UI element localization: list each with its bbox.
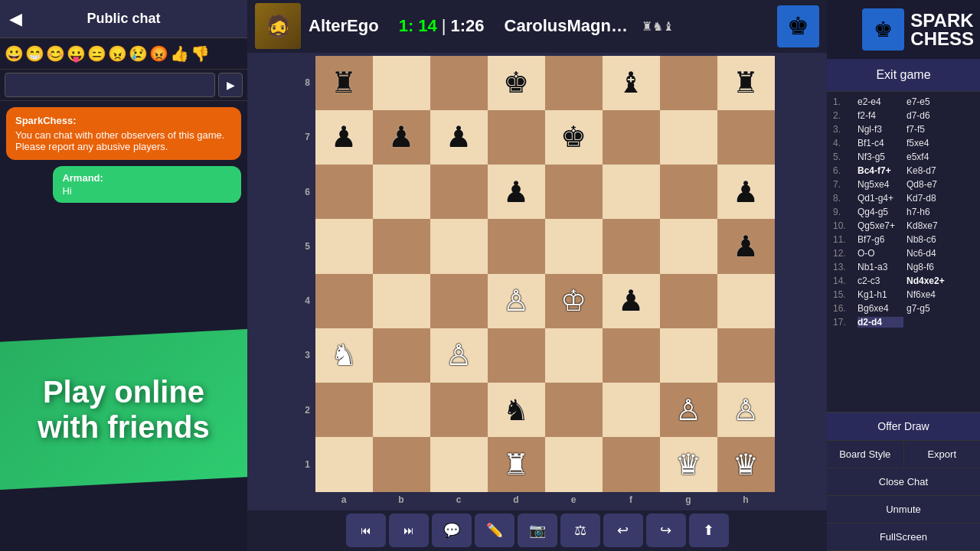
move-black[interactable]: g7-g5 [906, 303, 952, 314]
move-white[interactable]: d2-d4 [858, 317, 903, 328]
cell-c5[interactable] [430, 219, 488, 273]
move-white[interactable]: e2-e4 [858, 96, 903, 107]
cell-e3[interactable] [545, 328, 603, 383]
move-black[interactable]: Nd4xe2+ [906, 276, 952, 286]
board-style-button[interactable]: Board Style [827, 441, 904, 468]
move-black[interactable]: Ng8-f6 [906, 262, 952, 272]
cell-f7[interactable] [603, 110, 660, 165]
move-black[interactable] [906, 317, 952, 328]
cell-a1[interactable] [315, 437, 373, 491]
move-black[interactable]: Nf6xe4 [906, 289, 952, 300]
cell-g5[interactable] [660, 219, 717, 273]
chat-input[interactable] [5, 73, 215, 97]
cell-h7[interactable] [717, 110, 775, 165]
cell-e2[interactable] [545, 383, 603, 437]
unmute-button[interactable]: Unmute [827, 496, 980, 523]
redo-button[interactable]: ↪ [646, 514, 686, 547]
move-white[interactable]: Bf1-c4 [858, 138, 903, 148]
chess-board[interactable]: 8 ♜ ♚ ♝ ♜ 7 ♟ ♟ ♟ ♚ 6 ♟ [300, 56, 775, 507]
cell-b1[interactable] [373, 437, 430, 491]
cell-b3[interactable] [373, 328, 430, 383]
move-white[interactable]: Nf3-g5 [858, 152, 903, 162]
cell-d2[interactable]: ♞ [488, 383, 545, 437]
emoji-9[interactable]: 👍 [170, 44, 189, 63]
cell-g4[interactable] [660, 274, 717, 328]
move-white[interactable]: Kg1-h1 [858, 289, 903, 300]
cell-f1[interactable] [603, 437, 660, 491]
skip-back-button[interactable]: ⏮ [346, 514, 386, 547]
cell-e7[interactable]: ♚ [545, 110, 603, 165]
move-white[interactable]: Qg4-g5 [858, 207, 903, 217]
cell-c3[interactable]: ♙ [430, 328, 488, 383]
emoji-3[interactable]: 😊 [46, 44, 65, 63]
move-black[interactable]: d7-d6 [906, 110, 952, 121]
cell-g8[interactable] [660, 56, 717, 110]
emoji-5[interactable]: 😑 [87, 44, 106, 63]
cell-c1[interactable] [430, 437, 488, 491]
cell-c7[interactable]: ♟ [430, 110, 488, 165]
cell-f6[interactable] [603, 165, 660, 219]
export-button[interactable]: Export [904, 441, 981, 468]
cell-c2[interactable] [430, 383, 488, 437]
emoji-7[interactable]: 😢 [129, 44, 148, 63]
move-black[interactable]: e7-e5 [906, 96, 952, 107]
cell-h3[interactable] [717, 328, 775, 383]
move-white[interactable]: Nb1-a3 [858, 262, 903, 272]
cell-h4[interactable] [717, 274, 775, 328]
upload-button[interactable]: ⬆ [689, 514, 729, 547]
move-white[interactable]: Bg6xe4 [858, 303, 903, 314]
emoji-2[interactable]: 😁 [25, 44, 44, 63]
close-chat-button[interactable]: Close Chat [827, 468, 980, 496]
move-white[interactable]: Qg5xe7+ [858, 220, 903, 231]
cell-a6[interactable] [315, 165, 373, 219]
cell-f5[interactable] [603, 219, 660, 273]
emoji-6[interactable]: 😠 [108, 44, 127, 63]
cell-a4[interactable] [315, 274, 373, 328]
cell-b4[interactable] [373, 274, 430, 328]
cell-h2[interactable]: ♙ [717, 383, 775, 437]
move-black[interactable]: e5xf4 [906, 152, 952, 162]
cell-g2[interactable]: ♙ [660, 383, 717, 437]
cell-a8[interactable]: ♜ [315, 56, 373, 110]
move-black[interactable]: h7-h6 [906, 207, 952, 217]
cell-g6[interactable] [660, 165, 717, 219]
cell-a5[interactable] [315, 219, 373, 273]
cell-d1[interactable]: ♜ [488, 437, 545, 491]
cell-h8[interactable]: ♜ [717, 56, 775, 110]
move-black[interactable]: Nb8-c6 [906, 234, 952, 245]
move-white[interactable]: f2-f4 [858, 110, 903, 121]
chat-toggle-button[interactable]: 💬 [432, 514, 472, 547]
skip-forward-button[interactable]: ⏭ [389, 514, 429, 547]
emoji-4[interactable]: 😛 [67, 44, 86, 63]
move-black[interactable]: f5xe4 [906, 138, 952, 148]
move-white[interactable]: Bc4-f7+ [858, 165, 903, 176]
chat-send-button[interactable]: ▶ [218, 73, 243, 97]
cell-e6[interactable] [545, 165, 603, 219]
cell-c6[interactable] [430, 165, 488, 219]
cell-f8[interactable]: ♝ [603, 56, 660, 110]
move-black[interactable]: f7-f5 [906, 124, 952, 135]
cell-b5[interactable] [373, 219, 430, 273]
balance-button[interactable]: ⚖ [560, 514, 600, 547]
cell-a3[interactable]: ♞ [315, 328, 373, 383]
move-white[interactable]: O-O [858, 248, 903, 259]
move-black[interactable]: Nc6-d4 [906, 248, 952, 259]
move-white[interactable]: Ngl-f3 [858, 124, 903, 135]
move-black[interactable]: Kd7-d8 [906, 193, 952, 204]
cell-a7[interactable]: ♟ [315, 110, 373, 165]
cell-d3[interactable] [488, 328, 545, 383]
cell-g1[interactable]: ♛ [660, 437, 717, 491]
move-black[interactable]: Qd8-e7 [906, 179, 952, 190]
exit-game-button[interactable]: Exit game [827, 59, 980, 92]
emoji-10[interactable]: 👎 [191, 44, 210, 63]
cell-e4[interactable]: ♔ [545, 274, 603, 328]
cell-e1[interactable] [545, 437, 603, 491]
cell-g3[interactable] [660, 328, 717, 383]
move-white[interactable]: c2-c3 [858, 276, 903, 286]
cell-h6[interactable]: ♟ [717, 165, 775, 219]
cell-d5[interactable] [488, 219, 545, 273]
cell-e8[interactable] [545, 56, 603, 110]
cell-c8[interactable] [430, 56, 488, 110]
cell-d6[interactable]: ♟ [488, 165, 545, 219]
cell-d8[interactable]: ♚ [488, 56, 545, 110]
